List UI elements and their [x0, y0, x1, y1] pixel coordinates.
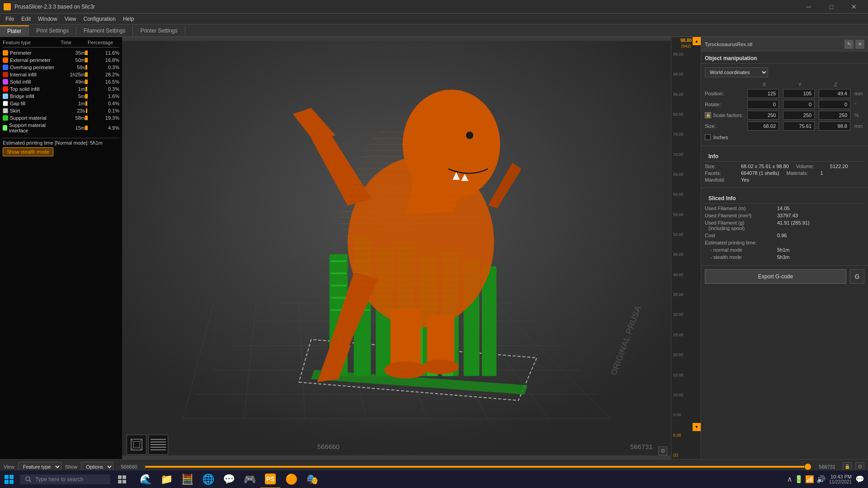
maximize-button[interactable]: □	[821, 0, 842, 14]
position-x-input[interactable]	[747, 89, 779, 98]
view-layers-icon[interactable]	[148, 435, 168, 455]
taskbar-app-blender[interactable]: 🟠	[281, 470, 301, 488]
menu-view[interactable]: View	[61, 15, 80, 23]
scale-x-input[interactable]	[747, 111, 779, 120]
svg-rect-85	[133, 441, 140, 448]
delete-obj-button[interactable]: ✕	[855, 40, 864, 49]
menu-file[interactable]: File	[2, 15, 18, 23]
taskbar-app-game1[interactable]: 🎮	[240, 470, 259, 488]
settings-icon[interactable]: ⚙	[658, 446, 667, 455]
position-label: Position:	[705, 91, 745, 96]
size-y-input[interactable]	[783, 122, 815, 131]
taskbar-app-teams[interactable]: 💬	[219, 470, 239, 488]
stat-row-overhang: Overhang perimeter 59s 0.3%	[3, 64, 119, 71]
tab-printer-settings[interactable]: Printer Settings	[133, 26, 185, 36]
taskbar-search[interactable]: Type here to search	[20, 474, 110, 484]
xyz-headers: X Y Z	[705, 81, 864, 88]
support-iface-color	[3, 125, 7, 131]
svg-point-49	[384, 361, 427, 379]
perimeter-label: Perimeter	[10, 50, 32, 56]
size-x-input[interactable]	[747, 122, 779, 131]
scale-40: 40.00	[673, 272, 699, 277]
gap-color	[3, 101, 8, 106]
taskbar-app-rider[interactable]: 🎭	[302, 470, 322, 488]
export-g-icon: G	[855, 273, 860, 280]
taskbar-clock[interactable]: 10:43 PM 11/22/2021	[829, 474, 852, 484]
taskbar-app-calc[interactable]: 🧮	[177, 470, 197, 488]
svg-rect-26	[330, 297, 346, 299]
lock-icon[interactable]: 🔒	[705, 112, 711, 118]
layer-slider[interactable]	[145, 466, 811, 468]
bridge-pct: 1.6%	[88, 94, 119, 99]
support-iface-pct: 4.9%	[88, 125, 119, 131]
export-gcode-button[interactable]: Export G-code	[705, 269, 846, 284]
print-time-value: 5h1m	[90, 140, 103, 145]
menu-configuration[interactable]: Configuration	[80, 15, 119, 23]
view-icons	[127, 435, 168, 455]
info-content: Size: 68.02 x 75.61 x 98.80 Volume: 5122…	[705, 164, 864, 183]
taskbar-app-edge[interactable]: 🌊	[136, 470, 156, 488]
scale-y-input[interactable]	[783, 111, 815, 120]
rotate-x-input[interactable]	[747, 100, 779, 109]
sliced-est-time-key: Estimated printing time:	[705, 240, 777, 245]
coord-system-select[interactable]: World coordinates Local coordinates	[705, 67, 768, 77]
sliced-filament-mm3: Used Filament (mm³) 33797.43	[705, 213, 864, 218]
tab-filament-settings[interactable]: Filament Settings	[76, 26, 133, 36]
sliced-cost: Cost 0.96	[705, 233, 864, 238]
viewport[interactable]: 98.80 (542) ▲ 95.00 90.00 85.00 80.00 75…	[122, 37, 701, 459]
taskbar-app-chrome[interactable]: 🌐	[198, 470, 218, 488]
inches-checkbox[interactable]	[705, 134, 711, 140]
scale-z-input[interactable]	[819, 111, 850, 120]
sliced-stealth-mode-val: 5h3m	[777, 254, 790, 260]
titlebar-left: PrusaSlicer-2.3.3 based on Slic3r	[4, 3, 95, 10]
start-button[interactable]	[0, 470, 18, 488]
scale-label-group: 🔒 Scale factors:	[705, 112, 745, 118]
menu-edit[interactable]: Edit	[18, 15, 34, 23]
info-facets-row: Facets: 664078 (1 shells) Materials: 1	[705, 170, 864, 176]
search-icon	[25, 476, 32, 483]
menu-window[interactable]: Window	[34, 15, 61, 23]
stealth-mode-button[interactable]: Show stealth mode	[3, 147, 53, 156]
position-z-input[interactable]	[819, 89, 850, 98]
overhang-color	[3, 65, 8, 70]
minimize-button[interactable]: ─	[798, 0, 819, 14]
menubar: File Edit Window View Configuration Help	[0, 14, 868, 24]
taskbar-app-files[interactable]: 📁	[156, 470, 176, 488]
internal-infill-time: 1h25m	[58, 72, 85, 77]
position-y-input[interactable]	[783, 89, 815, 98]
export-icon[interactable]: G	[850, 269, 864, 284]
svg-point-50	[422, 360, 459, 374]
tab-print-settings[interactable]: Print Settings	[29, 26, 76, 36]
notification-icon[interactable]: 💬	[855, 475, 864, 483]
menu-help[interactable]: Help	[119, 15, 138, 23]
titlebar: PrusaSlicer-2.3.3 based on Slic3r ─ □ ✕	[0, 0, 868, 14]
svg-rect-104	[123, 480, 126, 483]
sliced-stealth-mode-key: - stealth mode	[705, 254, 777, 260]
overhang-time: 59s	[58, 65, 85, 70]
svg-rect-103	[118, 480, 122, 483]
solid-infill-label: Solid infill	[10, 79, 31, 84]
sliced-content: Used Filament (m) 14.05 Used Filament (m…	[705, 206, 864, 260]
tab-plater[interactable]: Plater	[0, 25, 29, 36]
export-row: Export G-code G	[701, 265, 868, 287]
inches-row: Inches	[705, 132, 864, 142]
game1-icon: 🎮	[244, 474, 255, 485]
size-z-input[interactable]	[819, 122, 850, 131]
info-volume-val: 5122.20	[830, 164, 848, 169]
top-solid-pct: 0.3%	[88, 86, 119, 92]
close-button[interactable]: ✕	[844, 0, 864, 14]
info-title: Info	[705, 150, 864, 162]
skirt-color	[3, 108, 8, 113]
sliced-normal-mode: - normal mode 5h1m	[705, 247, 864, 253]
scale-panel: 98.80 (542) ▲ 95.00 90.00 85.00 80.00 75…	[671, 37, 701, 459]
stat-row-internal-infill: Internal infill 1h25m 28.2%	[3, 71, 119, 78]
edit-obj-button[interactable]: ✎	[844, 40, 854, 49]
slider-thumb[interactable]	[805, 464, 811, 470]
taskview-button[interactable]	[112, 470, 132, 488]
view-3d-icon[interactable]	[127, 435, 146, 455]
taskbar-app-prusaslicer[interactable]: PS	[260, 470, 280, 488]
coord-right-display: 566731	[630, 443, 652, 450]
rotate-y-input[interactable]	[783, 100, 815, 109]
rotate-z-input[interactable]	[819, 100, 850, 109]
slider-right-val: 566731	[813, 464, 835, 469]
